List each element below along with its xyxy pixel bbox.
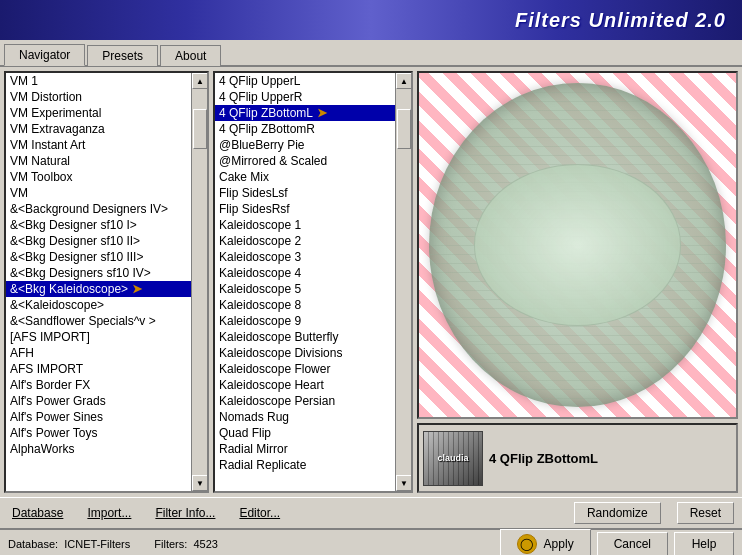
status-bar: Database: ICNET-Filters Filters: 4523 ◯ … [0, 529, 742, 555]
list-item[interactable]: Kaleidoscope Persian [215, 393, 395, 409]
list-item[interactable]: @BlueBerry Pie [215, 137, 395, 153]
import-button[interactable]: Import... [83, 504, 135, 522]
list-item-selected[interactable]: 4 QFlip ZBottomL ➤ [215, 105, 395, 121]
preview-inner-oval [474, 164, 682, 326]
filters-panel: 4 QFlip UpperL 4 QFlip UpperR 4 QFlip ZB… [213, 71, 413, 493]
list-item[interactable]: Radial Replicate [215, 457, 395, 473]
list-item[interactable]: Alf's Power Grads [6, 393, 191, 409]
main-content: VM 1 VM Distortion VM Experimental VM Ex… [0, 67, 742, 497]
arrow-right-icon: ➤ [317, 106, 327, 120]
list-item[interactable]: VM Toolbox [6, 169, 191, 185]
list-item[interactable]: Alf's Power Toys [6, 425, 191, 441]
scroll-track[interactable] [192, 89, 207, 475]
categories-panel: VM 1 VM Distortion VM Experimental VM Ex… [4, 71, 209, 493]
list-item[interactable]: Kaleidoscope Divisions [215, 345, 395, 361]
help-button[interactable]: Help [674, 532, 734, 556]
reset-button[interactable]: Reset [677, 502, 734, 524]
list-item[interactable]: Alf's Border FX [6, 377, 191, 393]
scroll-track[interactable] [396, 89, 411, 475]
categories-scrollbar[interactable]: ▲ ▼ [191, 73, 207, 491]
list-item[interactable]: Kaleidoscope 2 [215, 233, 395, 249]
list-item[interactable]: Kaleidoscope 1 [215, 217, 395, 233]
list-item[interactable]: Kaleidoscope Butterfly [215, 329, 395, 345]
list-item[interactable]: VM Extravaganza [6, 121, 191, 137]
list-item[interactable]: &<Background Designers IV> [6, 201, 191, 217]
editor-button[interactable]: Editor... [235, 504, 284, 522]
list-item[interactable]: [AFS IMPORT] [6, 329, 191, 345]
list-item[interactable]: &<Bkg Designer sf10 II> [6, 233, 191, 249]
list-item[interactable]: VM Natural [6, 153, 191, 169]
list-item[interactable]: VM [6, 185, 191, 201]
scroll-thumb[interactable] [193, 109, 207, 149]
list-item[interactable]: AlphaWorks [6, 441, 191, 457]
tab-bar: Navigator Presets About [0, 40, 742, 67]
list-item[interactable]: @Mirrored & Scaled [215, 153, 395, 169]
list-item[interactable]: 4 QFlip ZBottomR [215, 121, 395, 137]
scroll-thumb[interactable] [397, 109, 411, 149]
apply-button[interactable]: ◯ Apply [500, 529, 591, 556]
title-bar: Filters Unlimited 2.0 [0, 0, 742, 40]
list-item[interactable]: VM Experimental [6, 105, 191, 121]
database-label: Database: ICNET-Filters [8, 538, 130, 550]
scroll-up-button[interactable]: ▲ [192, 73, 207, 89]
scroll-down-button[interactable]: ▼ [396, 475, 411, 491]
tab-presets[interactable]: Presets [87, 45, 158, 66]
list-item[interactable]: AFS IMPORT [6, 361, 191, 377]
list-item[interactable]: Quad Flip [215, 425, 395, 441]
logo-text: claudia [437, 453, 468, 463]
tab-about[interactable]: About [160, 45, 221, 66]
list-item-selected[interactable]: &<Bkg Kaleidoscope> ➤ [6, 281, 191, 297]
list-item[interactable]: Kaleidoscope 8 [215, 297, 395, 313]
list-item[interactable]: VM 1 [6, 73, 191, 89]
action-buttons: ◯ Apply Cancel Help [500, 529, 734, 556]
list-item[interactable]: Flip SidesRsf [215, 201, 395, 217]
list-item[interactable]: 4 QFlip UpperL [215, 73, 395, 89]
preview-canvas [419, 73, 736, 417]
tab-navigator[interactable]: Navigator [4, 44, 85, 66]
list-item[interactable]: Nomads Rug [215, 409, 395, 425]
list-item[interactable]: Kaleidoscope 4 [215, 265, 395, 281]
list-item[interactable]: Kaleidoscope 5 [215, 281, 395, 297]
filter-logo: claudia [423, 431, 483, 486]
list-item[interactable]: Kaleidoscope Flower [215, 361, 395, 377]
filter-info-button[interactable]: Filter Info... [151, 504, 219, 522]
list-item[interactable]: &<Kaleidoscope> [6, 297, 191, 313]
filters-list[interactable]: 4 QFlip UpperL 4 QFlip UpperR 4 QFlip ZB… [215, 73, 395, 491]
filters-list-container: 4 QFlip UpperL 4 QFlip UpperR 4 QFlip ZB… [215, 73, 411, 491]
scroll-down-button[interactable]: ▼ [192, 475, 207, 491]
categories-list[interactable]: VM 1 VM Distortion VM Experimental VM Ex… [6, 73, 191, 491]
list-item[interactable]: Kaleidoscope 9 [215, 313, 395, 329]
preview-image-area [417, 71, 738, 419]
list-item[interactable]: &<Sandflower Specials^v > [6, 313, 191, 329]
list-item[interactable]: &<Bkg Designer sf10 III> [6, 249, 191, 265]
bottom-toolbar: Database Import... Filter Info... Editor… [0, 497, 742, 529]
app-title: Filters Unlimited 2.0 [515, 9, 726, 32]
database-button[interactable]: Database [8, 504, 67, 522]
randomize-button[interactable]: Randomize [574, 502, 661, 524]
list-item[interactable]: Alf's Power Sines [6, 409, 191, 425]
preview-panel: claudia 4 QFlip ZBottomL [417, 71, 738, 493]
scroll-up-button[interactable]: ▲ [396, 73, 411, 89]
categories-list-container: VM 1 VM Distortion VM Experimental VM Ex… [6, 73, 207, 491]
filters-count-label: Filters: 4523 [154, 538, 218, 550]
preview-info-bar: claudia 4 QFlip ZBottomL [417, 423, 738, 493]
preview-shape [429, 83, 726, 407]
list-item[interactable]: Radial Mirror [215, 441, 395, 457]
list-item[interactable]: &<Bkg Designer sf10 I> [6, 217, 191, 233]
list-item[interactable]: AFH [6, 345, 191, 361]
list-item[interactable]: Flip SidesLsf [215, 185, 395, 201]
list-item[interactable]: Cake Mix [215, 169, 395, 185]
list-item[interactable]: &<Bkg Designers sf10 IV> [6, 265, 191, 281]
active-filter-name: 4 QFlip ZBottomL [489, 451, 732, 466]
list-item[interactable]: Kaleidoscope 3 [215, 249, 395, 265]
list-item[interactable]: 4 QFlip UpperR [215, 89, 395, 105]
list-item[interactable]: VM Distortion [6, 89, 191, 105]
cancel-button[interactable]: Cancel [597, 532, 668, 556]
list-item[interactable]: VM Instant Art [6, 137, 191, 153]
list-item[interactable]: Kaleidoscope Heart [215, 377, 395, 393]
filters-scrollbar[interactable]: ▲ ▼ [395, 73, 411, 491]
arrow-right-icon: ➤ [132, 282, 142, 296]
apply-coin-icon: ◯ [517, 534, 537, 554]
